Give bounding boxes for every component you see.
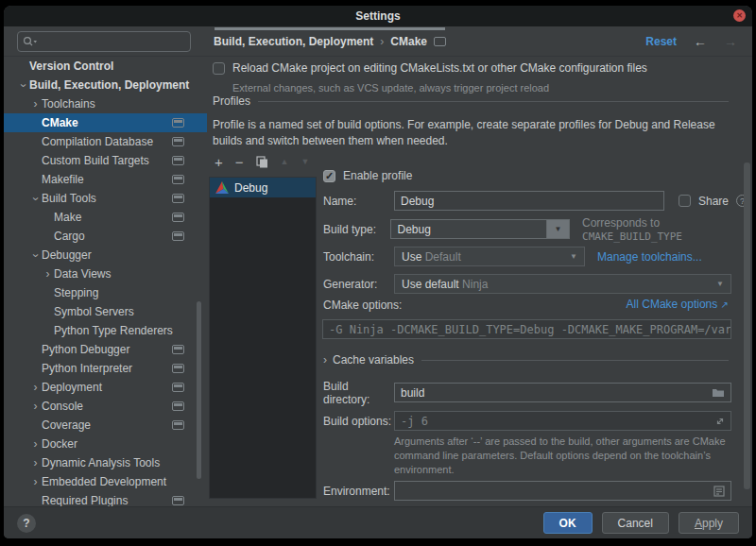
profiles-description: Profile is a named set of build options.… [213, 117, 742, 149]
chevron-expanded-icon[interactable]: › [29, 193, 42, 205]
sidebar-item-make[interactable]: Make [4, 208, 207, 227]
screen-icon [172, 345, 184, 354]
enable-profile-label: Enable profile [343, 169, 412, 182]
share-checkbox[interactable] [679, 195, 691, 207]
chevron-collapsed-icon[interactable]: › [29, 401, 42, 413]
titlebar[interactable]: Settings ✕ [4, 6, 752, 26]
cmake-options-field[interactable]: -G Ninja -DCMAKE_BUILD_TYPE=Debug -DCMAK… [322, 319, 731, 339]
environment-field[interactable] [394, 481, 731, 501]
copy-profile-button[interactable] [256, 156, 268, 168]
section-divider [258, 101, 729, 102]
cmake-settings-panel: Reload CMake project on editing CMakeLis… [207, 57, 752, 506]
chevron-collapsed-icon[interactable]: › [42, 268, 54, 281]
chevron-expanded-icon[interactable]: › [17, 79, 29, 92]
name-field[interactable]: Debug [394, 191, 664, 211]
chevron-collapsed-icon[interactable]: › [29, 457, 42, 469]
build-directory-field[interactable]: build [394, 383, 731, 402]
screen-icon [172, 401, 184, 411]
combo-arrow-icon[interactable]: ▼ [546, 220, 569, 238]
screen-icon [172, 194, 184, 203]
sidebar-item-makefile[interactable]: Makefile [4, 170, 207, 189]
apply-button[interactable]: Apply [679, 512, 739, 534]
close-icon[interactable]: ✕ [733, 9, 746, 22]
chevron-expanded-icon[interactable]: › [29, 249, 42, 262]
all-cmake-options-link[interactable]: All CMake options ↗ [627, 298, 729, 311]
expand-icon[interactable] [715, 417, 725, 426]
profiles-list: Debug [209, 177, 317, 499]
generator-select[interactable]: Use default Ninja ▼ [394, 274, 731, 294]
chevron-collapsed-icon[interactable]: › [29, 382, 42, 394]
screen-icon [434, 37, 446, 46]
breadcrumb-item[interactable]: Build, Execution, Deployment [214, 35, 373, 48]
sidebar-item-embedded-development[interactable]: ›Embedded Development [4, 472, 207, 491]
sidebar-item-label: Version Control [29, 60, 113, 73]
forward-arrow-icon: → [724, 34, 737, 49]
sidebar-item-build-tools[interactable]: ›Build Tools [4, 189, 207, 208]
sidebar-item-data-views[interactable]: ›Data Views [4, 264, 207, 283]
sidebar-item-console[interactable]: ›Console [4, 397, 207, 416]
toolchain-select[interactable]: Use Default ▼ [394, 247, 585, 266]
folder-icon[interactable] [712, 387, 725, 398]
screen-icon [172, 137, 184, 146]
build-type-hint: Corresponds to [582, 216, 660, 230]
sidebar-item-label: Build, Execution, Deployment [29, 78, 189, 92]
move-up-button: ▲ [281, 155, 289, 169]
sidebar-item-toolchains[interactable]: ›Toolchains [4, 94, 207, 113]
sidebar-item-compilation-database[interactable]: Compilation Database [4, 132, 207, 151]
search-box[interactable] [17, 31, 191, 52]
sidebar-item-label: Docker [42, 437, 77, 451]
sidebar-item-python-interpreter[interactable]: Python Interpreter [4, 359, 207, 378]
build-type-hint-code: CMAKE_BUILD_TYPE [582, 230, 682, 243]
enable-profile-checkbox[interactable] [323, 170, 335, 182]
reset-button[interactable]: Reset [645, 35, 677, 48]
sidebar-item-python-type-renderers[interactable]: Python Type Renderers [4, 321, 207, 340]
sidebar-item-dynamic-analysis-tools[interactable]: ›Dynamic Analysis Tools [4, 453, 207, 472]
sidebar-item-custom-build-targets[interactable]: Custom Build Targets [4, 151, 207, 170]
search-input[interactable] [41, 35, 185, 48]
sidebar-item-label: Cargo [54, 230, 85, 243]
screen-icon [172, 156, 184, 165]
remove-profile-button[interactable]: − [235, 155, 244, 169]
sidebar-item-debugger[interactable]: ›Debugger [4, 246, 207, 264]
name-label: Name: [323, 195, 394, 208]
sidebar-item-required-plugins[interactable]: Required Plugins [4, 491, 207, 506]
screen-icon [172, 364, 184, 373]
sidebar-item-python-debugger[interactable]: Python Debugger [4, 340, 207, 359]
sidebar-item-cmake[interactable]: CMake [4, 113, 207, 132]
profile-list-item-debug[interactable]: Debug [210, 178, 316, 197]
sidebar-item-label: Symbol Servers [54, 305, 134, 318]
combo-arrow-icon[interactable]: ▼ [563, 252, 584, 261]
sidebar-item-label: Required Plugins [42, 494, 128, 506]
chevron-collapsed-icon[interactable]: › [29, 476, 42, 488]
sidebar-item-stepping[interactable]: Stepping [4, 283, 207, 302]
breadcrumb-separator-icon: › [380, 35, 384, 48]
sidebar-scrollbar[interactable] [197, 301, 201, 479]
sidebar-item-deployment[interactable]: ›Deployment [4, 378, 207, 397]
ok-button[interactable]: OK [543, 512, 593, 534]
profiles-section-title: Profiles [213, 94, 250, 108]
sidebar-item-symbol-servers[interactable]: Symbol Servers [4, 302, 207, 321]
sidebar-item-docker[interactable]: ›Docker [4, 435, 207, 453]
back-arrow-icon[interactable]: ← [694, 34, 707, 49]
sidebar-item-cargo[interactable]: Cargo [4, 227, 207, 246]
sidebar-item-build-execution-deployment[interactable]: ›Build, Execution, Deployment [4, 76, 207, 94]
chevron-collapsed-icon[interactable]: › [29, 98, 42, 111]
sidebar-item-coverage[interactable]: Coverage [4, 416, 207, 435]
build-options-field[interactable]: -j 6 [394, 411, 731, 431]
sidebar-item-label: Coverage [42, 418, 91, 432]
cancel-button[interactable]: Cancel [602, 512, 669, 534]
cache-variables-toggle[interactable]: ›Cache variables [323, 353, 414, 367]
environment-variables-icon[interactable] [713, 486, 725, 497]
add-profile-button[interactable]: + [215, 155, 223, 169]
reload-cmake-checkbox[interactable] [213, 62, 225, 75]
combo-arrow-icon[interactable]: ▼ [710, 280, 730, 288]
manage-toolchains-link[interactable]: Manage toolchains... [597, 250, 702, 264]
breadcrumb-item-current: CMake [390, 35, 427, 48]
build-options-hint: Arguments after ‘--’ are passed to the b… [394, 435, 746, 477]
build-type-select[interactable]: Debug ▼ [390, 219, 571, 239]
main-scrollbar[interactable] [744, 162, 750, 489]
chevron-collapsed-icon[interactable]: › [29, 438, 42, 451]
sidebar-item-label: Console [42, 400, 83, 413]
help-button[interactable]: ? [17, 514, 36, 533]
sidebar-item-version-control[interactable]: Version Control [4, 57, 207, 76]
